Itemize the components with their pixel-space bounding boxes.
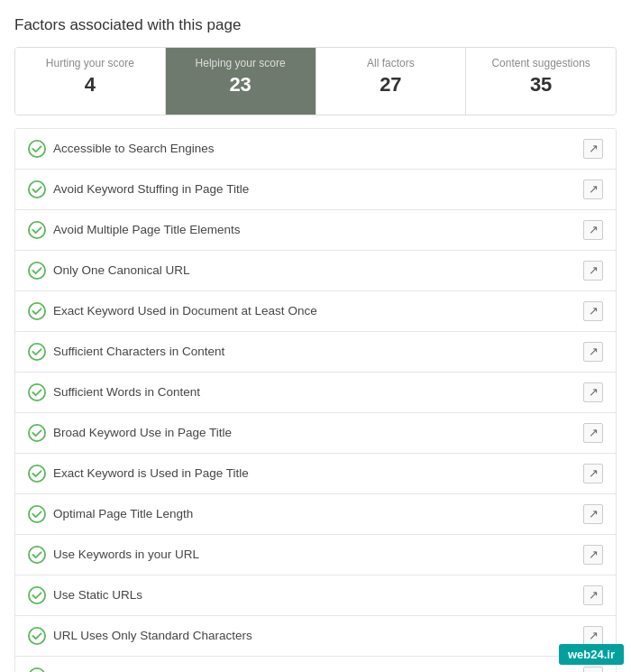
expand-button[interactable]: ↗ — [583, 545, 603, 565]
watermark: web24.ir — [559, 644, 624, 665]
check-icon — [28, 627, 46, 645]
svg-point-2 — [29, 222, 45, 238]
tab-number-helping: 23 — [173, 73, 308, 97]
item-label: Exact Keyword Used in Document at Least … — [53, 304, 317, 318]
check-icon — [28, 546, 46, 564]
tab-number-all: 27 — [324, 73, 459, 97]
list-item: Use Meta Descriptions ↗ — [15, 657, 616, 672]
list-item: Use Static URLs ↗ — [15, 575, 616, 616]
expand-button[interactable]: ↗ — [583, 301, 603, 321]
svg-point-6 — [29, 384, 45, 400]
check-icon — [28, 383, 46, 401]
svg-point-13 — [29, 668, 45, 672]
expand-button[interactable]: ↗ — [583, 423, 603, 443]
list-item: Use Keywords in your URL ↗ — [15, 535, 616, 575]
item-left: Avoid Keyword Stuffing in Page Title — [28, 180, 249, 198]
check-icon — [28, 262, 46, 280]
item-left: Sufficient Characters in Content — [28, 343, 224, 361]
item-left: Accessible to Search Engines — [28, 140, 215, 158]
item-left: Sufficient Words in Content — [28, 383, 200, 401]
expand-button[interactable]: ↗ — [583, 180, 603, 199]
svg-point-8 — [29, 465, 45, 482]
expand-button[interactable]: ↗ — [583, 261, 603, 281]
item-label: Sufficient Words in Content — [53, 385, 200, 399]
tab-all[interactable]: All factors 27 — [316, 48, 467, 115]
tab-hurting[interactable]: Hurting your score 4 — [15, 48, 166, 115]
item-label: Optimal Page Title Length — [53, 507, 193, 520]
page-wrapper: Factors associated with this page Hurtin… — [0, 0, 631, 672]
list-item: Sufficient Words in Content ↗ — [15, 373, 616, 413]
svg-point-10 — [29, 547, 45, 563]
check-icon — [28, 465, 46, 483]
tab-arrow — [173, 99, 308, 106]
item-label: Only One Canonical URL — [53, 263, 190, 277]
svg-point-9 — [29, 506, 45, 522]
check-icon — [28, 586, 46, 604]
item-left: Use Keywords in your URL — [28, 546, 199, 564]
check-icon — [28, 343, 46, 361]
tab-label-hurting: Hurting your score — [23, 57, 158, 71]
svg-point-1 — [29, 181, 45, 198]
expand-button[interactable]: ↗ — [583, 139, 603, 159]
svg-point-0 — [29, 141, 45, 157]
page-title: Factors associated with this page — [14, 16, 617, 34]
list-item: Broad Keyword Use in Page Title ↗ — [15, 413, 616, 454]
item-left: Optimal Page Title Length — [28, 505, 193, 523]
list-item: Optimal Page Title Length ↗ — [15, 494, 616, 535]
list-item: Exact Keyword is Used in Page Title ↗ — [15, 454, 616, 494]
list-item: Sufficient Characters in Content ↗ — [15, 332, 616, 373]
tab-number-content: 35 — [473, 73, 608, 97]
tab-content[interactable]: Content suggestions 35 — [466, 48, 616, 115]
check-icon — [28, 140, 46, 158]
item-label: Exact Keyword is Used in Page Title — [53, 466, 249, 480]
item-left: Use Static URLs — [28, 586, 142, 604]
item-left: Exact Keyword is Used in Page Title — [28, 465, 249, 483]
expand-button[interactable]: ↗ — [583, 220, 603, 240]
tab-helping[interactable]: Helping your score 23 — [166, 48, 316, 115]
svg-point-11 — [29, 587, 45, 603]
svg-point-3 — [29, 262, 45, 279]
tabs-row: Hurting your score 4 Helping your score … — [14, 47, 617, 115]
item-left: Exact Keyword Used in Document at Least … — [28, 302, 317, 320]
item-label: Avoid Keyword Stuffing in Page Title — [53, 182, 249, 196]
item-label: Avoid Multiple Page Title Elements — [53, 223, 241, 236]
tab-label-all: All factors — [324, 57, 459, 71]
svg-point-4 — [29, 303, 45, 319]
item-left: Use Meta Descriptions — [28, 667, 176, 672]
expand-button[interactable]: ↗ — [583, 464, 603, 483]
item-label: Broad Keyword Use in Page Title — [53, 426, 232, 439]
item-label: Use Keywords in your URL — [53, 548, 199, 561]
expand-button[interactable]: ↗ — [583, 382, 603, 402]
check-icon — [28, 667, 46, 672]
tab-number-hurting: 4 — [23, 73, 158, 97]
list-item: Only One Canonical URL ↗ — [15, 251, 616, 291]
expand-button[interactable]: ↗ — [583, 342, 603, 362]
list-item: Avoid Multiple Page Title Elements ↗ — [15, 210, 616, 251]
item-label: Sufficient Characters in Content — [53, 345, 224, 358]
check-icon — [28, 180, 46, 198]
svg-point-12 — [29, 628, 45, 644]
list-item: Avoid Keyword Stuffing in Page Title ↗ — [15, 170, 616, 210]
tab-label-content: Content suggestions — [473, 57, 608, 71]
expand-button[interactable]: ↗ — [583, 667, 603, 672]
check-icon — [28, 424, 46, 442]
check-icon — [28, 221, 46, 239]
expand-button[interactable]: ↗ — [583, 504, 603, 524]
check-icon — [28, 505, 46, 523]
item-left: Only One Canonical URL — [28, 262, 190, 280]
item-label: URL Uses Only Standard Characters — [53, 629, 252, 642]
svg-point-5 — [29, 344, 45, 360]
tab-label-helping: Helping your score — [173, 57, 308, 71]
item-label: Use Static URLs — [53, 588, 142, 602]
item-left: URL Uses Only Standard Characters — [28, 627, 252, 645]
check-icon — [28, 302, 46, 320]
expand-button[interactable]: ↗ — [583, 626, 603, 646]
list-item: Exact Keyword Used in Document at Least … — [15, 291, 616, 332]
item-left: Broad Keyword Use in Page Title — [28, 424, 232, 442]
list-item: URL Uses Only Standard Characters ↗ — [15, 616, 616, 657]
svg-point-7 — [29, 425, 45, 441]
item-left: Avoid Multiple Page Title Elements — [28, 221, 241, 239]
item-label: Accessible to Search Engines — [53, 142, 215, 155]
items-list: Accessible to Search Engines ↗ Avoid Key… — [14, 128, 617, 672]
expand-button[interactable]: ↗ — [583, 585, 603, 605]
